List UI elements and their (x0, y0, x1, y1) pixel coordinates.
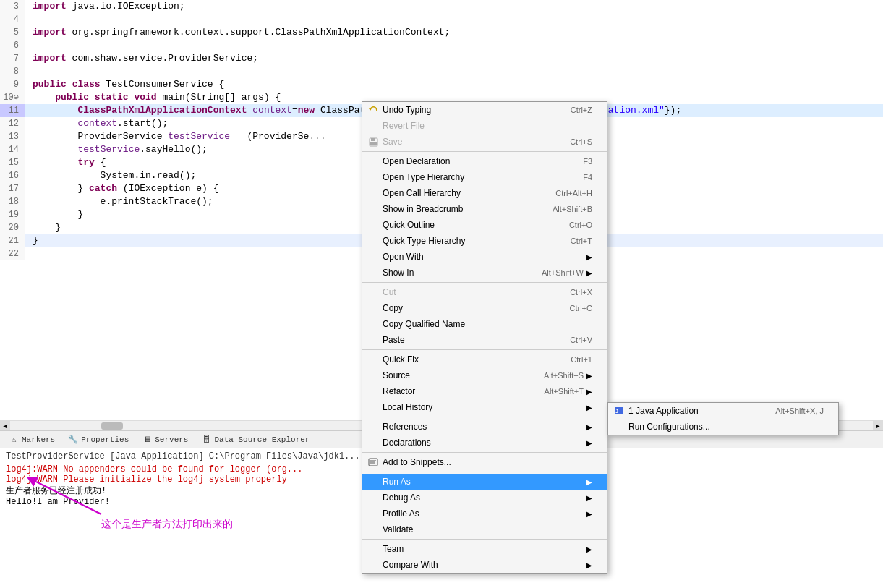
menu-label-cut: Cut (383, 287, 555, 297)
menu-item-compare-with[interactable]: Compare With ▶ (362, 557, 607, 573)
menu-item-debug-as[interactable]: Debug As ▶ (362, 490, 607, 506)
submenu-item-java-app[interactable]: J 1 Java Application Alt+Shift+X, J (608, 403, 838, 419)
menu-label-refactor: Refactor (383, 386, 530, 396)
scroll-thumb[interactable] (101, 422, 123, 430)
menu-item-open-type-hierarchy[interactable]: Open Type Hierarchy F4 (362, 169, 607, 185)
menu-label-show-in: Show In (383, 268, 527, 278)
menu-item-show-in[interactable]: Show In Alt+Shift+W ▶ (362, 265, 607, 281)
save-icon (367, 135, 380, 148)
separator-5 (362, 452, 607, 453)
code-line-9: 9 public class TestConsumerService { (0, 78, 883, 91)
submenu-item-run-configs[interactable]: Run Configurations... (608, 419, 838, 435)
menu-label-type-hier: Open Type Hierarchy (383, 172, 568, 182)
svg-text:J: J (615, 409, 618, 414)
refactor-arrow-icon: ▶ (586, 388, 592, 396)
code-line-6: 6 (0, 39, 883, 52)
menu-item-paste[interactable]: Paste Ctrl+V (362, 332, 607, 348)
menu-shortcut-paste: Ctrl+V (570, 336, 592, 344)
menu-item-references[interactable]: References ▶ (362, 419, 607, 435)
menu-shortcut-open-decl: F3 (583, 157, 592, 166)
menu-item-local-history[interactable]: Local History ▶ (362, 399, 607, 415)
tab-datasource-label: Data Source Explorer (214, 435, 310, 444)
snippet-icon (367, 456, 380, 469)
compare-with-arrow-icon: ▶ (586, 561, 592, 569)
menu-item-source[interactable]: Source Alt+Shift+S ▶ (362, 367, 607, 383)
separator-3 (362, 349, 607, 350)
code-line-3: 3 import java.io.IOException; (0, 0, 883, 13)
run-as-submenu[interactable]: J 1 Java Application Alt+Shift+X, J Run … (607, 402, 839, 435)
menu-item-copy[interactable]: Copy Ctrl+C (362, 300, 607, 316)
servers-icon: 🖥 (142, 435, 152, 445)
menu-label-undo: Undo Typing (383, 105, 556, 115)
menu-item-revert-file: Revert File (362, 118, 607, 134)
menu-item-save: Save Ctrl+S (362, 134, 607, 150)
svg-rect-3 (371, 138, 375, 141)
menu-shortcut-source: Alt+Shift+S (544, 371, 584, 380)
menu-shortcut-undo: Ctrl+Z (571, 106, 592, 114)
menu-shortcut-show-in: Alt+Shift+W (542, 268, 584, 277)
separator-7 (362, 539, 607, 540)
run-as-arrow-icon: ▶ (586, 478, 592, 486)
tab-servers-label: Servers (155, 435, 188, 444)
tab-data-source[interactable]: 🗄 Data Source Explorer (195, 432, 315, 448)
menu-label-source: Source (383, 370, 529, 380)
svg-marker-1 (369, 108, 372, 111)
menu-label-revert: Revert File (383, 121, 592, 131)
menu-item-run-as[interactable]: Run As ▶ (362, 474, 607, 490)
menu-label-quick-fix: Quick Fix (383, 354, 556, 365)
scroll-right-button[interactable]: ▶ (873, 421, 883, 430)
menu-shortcut-copy: Ctrl+C (570, 304, 592, 312)
separator-6 (362, 472, 607, 472)
menu-label-breadcrumb: Show in Breadcrumb (383, 204, 538, 214)
open-with-arrow-icon: ▶ (586, 253, 592, 261)
submenu-label-java-app: 1 Java Application (628, 406, 775, 416)
code-line-8: 8 (0, 65, 883, 78)
menu-item-validate[interactable]: Validate (362, 521, 607, 537)
menu-item-quick-fix[interactable]: Quick Fix Ctrl+1 (362, 351, 607, 367)
menu-item-refactor[interactable]: Refactor Alt+Shift+T ▶ (362, 383, 607, 399)
menu-shortcut-refactor: Alt+Shift+T (545, 387, 584, 396)
menu-item-open-with[interactable]: Open With ▶ (362, 249, 607, 265)
menu-shortcut-type-hier: F4 (583, 173, 592, 182)
team-arrow-icon: ▶ (586, 545, 592, 553)
menu-item-show-breadcrumb[interactable]: Show in Breadcrumb Alt+Shift+B (362, 201, 607, 217)
menu-item-open-declaration[interactable]: Open Declaration F3 (362, 153, 607, 169)
menu-label-open-decl: Open Declaration (383, 156, 568, 166)
show-in-arrow-icon: ▶ (586, 269, 592, 277)
menu-shortcut-cut: Ctrl+X (570, 288, 592, 297)
tab-properties[interactable]: 🔧 Properties (62, 432, 135, 448)
menu-item-add-snippets[interactable]: Add to Snippets... (362, 454, 607, 470)
code-line-7: 7 import com.shaw.service.ProviderServic… (0, 52, 883, 65)
debug-as-arrow-icon: ▶ (586, 494, 592, 502)
menu-label-add-snippets: Add to Snippets... (383, 457, 592, 467)
menu-item-quick-outline[interactable]: Quick Outline Ctrl+O (362, 217, 607, 233)
menu-label-save: Save (383, 137, 555, 147)
menu-item-copy-qualified[interactable]: Copy Qualified Name (362, 316, 607, 332)
markers-icon: ⚠ (9, 435, 19, 445)
menu-item-quick-type-hierarchy[interactable]: Quick Type Hierarchy Ctrl+T (362, 233, 607, 249)
menu-label-call-hier: Open Call Hierarchy (383, 188, 541, 198)
separator-2 (362, 282, 607, 283)
annotation-text: 这个是生产者方法打印出来的 (101, 518, 233, 531)
menu-item-declarations[interactable]: Declarations ▶ (362, 435, 607, 451)
context-menu[interactable]: Undo Typing Ctrl+Z Revert File Save Ctrl… (362, 101, 607, 574)
scroll-left-button[interactable]: ◀ (0, 421, 10, 430)
datasource-icon: 🗄 (201, 435, 211, 445)
source-arrow-icon: ▶ (586, 372, 592, 380)
separator-4 (362, 417, 607, 417)
menu-shortcut-breadcrumb: Alt+Shift+B (553, 205, 592, 213)
menu-item-open-call-hierarchy[interactable]: Open Call Hierarchy Ctrl+Alt+H (362, 185, 607, 201)
local-history-arrow-icon: ▶ (586, 404, 592, 412)
submenu-shortcut-java-app: Alt+Shift+X, J (775, 406, 824, 415)
menu-label-validate: Validate (383, 524, 592, 534)
tab-markers[interactable]: ⚠ Markers (3, 432, 61, 448)
menu-label-team: Team (383, 544, 584, 554)
code-line-4: 4 (0, 13, 883, 26)
menu-item-team[interactable]: Team ▶ (362, 541, 607, 557)
menu-item-profile-as[interactable]: Profile As ▶ (362, 506, 607, 521)
menu-item-undo-typing[interactable]: Undo Typing Ctrl+Z (362, 102, 607, 118)
tab-servers[interactable]: 🖥 Servers (136, 432, 194, 448)
menu-label-run-as: Run As (383, 477, 584, 487)
menu-label-copy: Copy (383, 303, 555, 313)
annotation-arrow (22, 467, 123, 525)
